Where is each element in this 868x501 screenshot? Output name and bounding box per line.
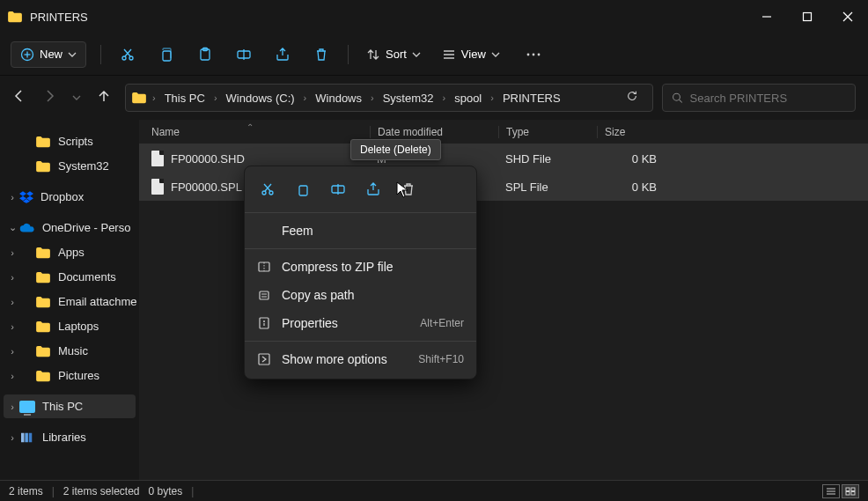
crumb[interactable]: This PC — [161, 92, 209, 105]
svg-line-10 — [124, 49, 130, 56]
close-button[interactable] — [828, 0, 868, 33]
sidebar-item-documents[interactable]: ›Documents — [4, 265, 136, 289]
separator — [245, 248, 476, 249]
folder-icon — [131, 92, 147, 104]
sidebar-item-onedrive[interactable]: ⌄OneDrive - Perso — [4, 216, 136, 239]
svg-rect-25 — [25, 432, 28, 442]
folder-icon — [7, 11, 23, 23]
sidebar-item-system32[interactable]: System32 — [4, 154, 136, 178]
search-icon — [672, 92, 683, 104]
svg-line-23 — [680, 99, 682, 102]
sidebar-item-scripts[interactable]: Scripts — [4, 129, 136, 153]
crumb[interactable]: System32 — [379, 92, 438, 105]
ctx-properties[interactable]: PropertiesAlt+Enter — [245, 309, 476, 337]
ctx-share-button[interactable] — [357, 175, 389, 203]
sort-indicator-icon: ⌃ — [246, 122, 254, 132]
search-input[interactable] — [690, 92, 846, 105]
chevron-down-icon — [68, 50, 77, 59]
ctx-rename-button[interactable] — [322, 175, 354, 203]
sidebar-item-thispc[interactable]: ›This PC — [4, 394, 136, 418]
thumbnails-view-button[interactable] — [842, 484, 859, 498]
ctx-show-more[interactable]: Show more optionsShift+F10 — [245, 345, 476, 373]
titlebar: PRINTERS — [0, 0, 868, 33]
svg-rect-30 — [846, 488, 850, 491]
window-controls — [747, 0, 868, 33]
chevron-right-icon[interactable]: › — [151, 92, 158, 103]
paste-button[interactable] — [188, 39, 223, 70]
svg-point-20 — [532, 53, 534, 55]
details-view-button[interactable] — [822, 484, 840, 498]
more-button[interactable] — [516, 39, 551, 70]
svg-point-21 — [537, 53, 540, 55]
svg-rect-31 — [851, 488, 855, 491]
back-button[interactable] — [12, 89, 26, 107]
delete-tooltip: Delete (Delete) — [350, 139, 441, 160]
cut-button[interactable] — [110, 39, 145, 70]
dropbox-icon — [19, 191, 33, 203]
chevron-down-icon — [412, 50, 421, 59]
svg-rect-33 — [851, 491, 855, 495]
crumb[interactable]: Windows (C:) — [223, 92, 298, 105]
view-button[interactable]: View — [433, 39, 509, 70]
svg-rect-49 — [259, 354, 269, 365]
sort-button[interactable]: Sort — [357, 39, 430, 70]
svg-point-8 — [129, 56, 133, 60]
crumb[interactable]: PRINTERS — [499, 92, 564, 105]
col-size[interactable]: Size — [597, 126, 667, 138]
search-box[interactable] — [662, 84, 856, 112]
svg-point-7 — [122, 56, 126, 60]
ctx-copy-path[interactable]: Copy as path — [245, 281, 476, 309]
col-type[interactable]: Type — [498, 126, 597, 138]
expand-icon[interactable]: › — [7, 192, 18, 203]
ctx-copy-button[interactable] — [287, 175, 319, 203]
sidebar-item-laptops[interactable]: ›Laptops — [4, 314, 136, 338]
view-label: View — [461, 48, 486, 61]
nav-tree: Scripts System32 ›Dropbox ⌄OneDrive - Pe… — [0, 120, 139, 480]
up-button[interactable] — [97, 89, 111, 107]
more-options-icon — [257, 352, 271, 366]
sidebar-item-music[interactable]: ›Music — [4, 339, 136, 363]
crumb[interactable]: Windows — [312, 92, 365, 105]
svg-rect-32 — [846, 491, 850, 495]
navigation-row: › This PC› Windows (C:)› Windows› System… — [0, 76, 868, 120]
new-label: New — [40, 48, 63, 61]
sidebar-item-apps[interactable]: ›Apps — [4, 240, 136, 264]
sidebar-item-pictures[interactable]: ›Pictures — [4, 364, 136, 387]
svg-line-37 — [264, 184, 270, 191]
col-name[interactable]: Name⌃ — [151, 126, 370, 138]
sidebar-item-dropbox[interactable]: ›Dropbox — [4, 185, 136, 209]
separator — [100, 45, 101, 64]
crumb[interactable]: spool — [451, 92, 485, 105]
ctx-compress[interactable]: Compress to ZIP file — [245, 253, 476, 281]
recent-button[interactable] — [72, 90, 81, 106]
refresh-button[interactable] — [617, 90, 647, 106]
context-menu: Feem Compress to ZIP file Copy as path P… — [244, 166, 477, 379]
minimize-button[interactable] — [747, 0, 787, 33]
address-bar[interactable]: › This PC› Windows (C:)› Windows› System… — [125, 84, 653, 112]
svg-rect-1 — [804, 13, 812, 21]
delete-button[interactable] — [304, 39, 339, 70]
status-bytes: 0 bytes — [149, 485, 183, 497]
file-type: SHD File — [498, 152, 597, 166]
svg-rect-26 — [29, 432, 33, 442]
svg-point-34 — [262, 191, 266, 195]
col-date[interactable]: Date modified — [370, 126, 498, 138]
new-button[interactable]: New — [11, 41, 86, 68]
copy-button[interactable] — [149, 39, 184, 70]
toolbar: New Sort View — [0, 33, 868, 76]
maximize-button[interactable] — [787, 0, 828, 33]
ctx-cut-button[interactable] — [252, 175, 283, 203]
onedrive-icon — [19, 223, 35, 233]
svg-point-35 — [269, 191, 273, 195]
ctx-feem[interactable]: Feem — [245, 217, 476, 245]
svg-point-19 — [526, 53, 529, 55]
collapse-icon[interactable]: ⌄ — [7, 222, 18, 233]
forward-button[interactable] — [42, 89, 56, 107]
sort-label: Sort — [386, 48, 407, 61]
rename-button[interactable] — [226, 39, 261, 70]
share-button[interactable] — [265, 39, 300, 70]
sidebar-item-email[interactable]: ›Email attachme — [4, 290, 136, 313]
sidebar-item-libraries[interactable]: ›Libraries — [4, 425, 136, 449]
svg-line-36 — [265, 184, 271, 191]
ctx-delete-button[interactable] — [393, 175, 424, 203]
